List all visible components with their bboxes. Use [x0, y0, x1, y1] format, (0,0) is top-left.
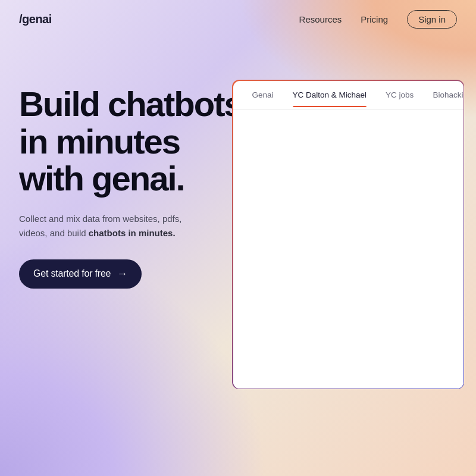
hero-heading: Build chatbots in minutes with genai. — [19, 86, 245, 198]
signin-button[interactable]: Sign in — [407, 10, 457, 29]
demo-card-wrapper: Genai YC Dalton & Michael YC jobs Biohac… — [232, 80, 464, 389]
tab-genai[interactable]: Genai — [243, 83, 283, 107]
cta-button[interactable]: Get started for free → — [19, 259, 142, 289]
tab-biohacking[interactable]: Biohacking — [423, 83, 463, 107]
hero-section: Build chatbots in minutes with genai. Co… — [0, 38, 476, 476]
demo-card: Genai YC Dalton & Michael YC jobs Biohac… — [233, 81, 464, 389]
hero-subtext: Collect and mix data from websites, pdfs… — [19, 212, 198, 240]
navbar: /genai Resources Pricing Sign in — [0, 0, 476, 38]
cta-label: Get started for free — [33, 268, 111, 279]
cta-arrow-icon: → — [117, 268, 127, 280]
nav-resources-link[interactable]: Resources — [299, 14, 342, 24]
demo-tabs: Genai YC Dalton & Michael YC jobs Biohac… — [233, 81, 464, 109]
nav-right: Resources Pricing Sign in — [299, 10, 457, 29]
tab-yc-jobs[interactable]: YC jobs — [376, 83, 423, 107]
demo-content-area — [233, 109, 464, 389]
hero-subtext-bold: chatbots in minutes. — [89, 228, 176, 238]
hero-text: Build chatbots in minutes with genai. Co… — [19, 74, 245, 289]
nav-pricing-link[interactable]: Pricing — [361, 14, 388, 24]
tab-yc-dalton[interactable]: YC Dalton & Michael — [283, 83, 377, 107]
logo: /genai — [19, 12, 52, 26]
